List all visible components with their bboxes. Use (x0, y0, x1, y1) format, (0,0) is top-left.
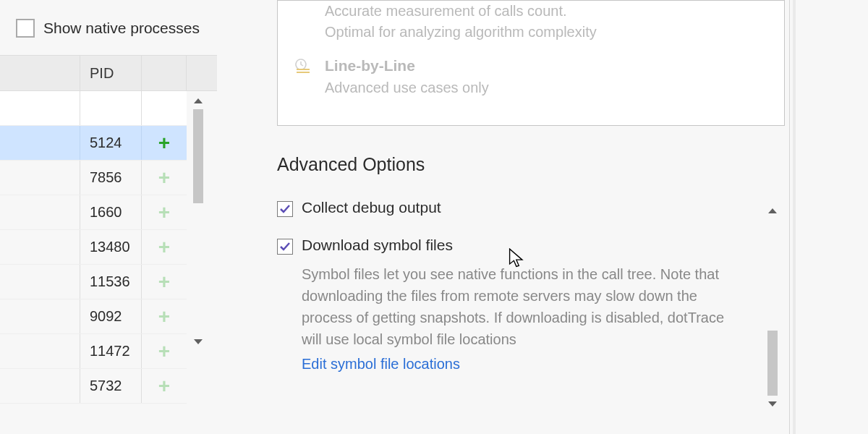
table-row[interactable]: 5124 + (0, 126, 187, 161)
process-list-panel: Show native processes PID (0, 0, 217, 434)
scroll-track[interactable] (193, 109, 203, 333)
process-name-cell (0, 195, 80, 229)
process-table: PID 5124 + (0, 55, 217, 434)
process-name-cell (0, 230, 80, 264)
process-filter-row[interactable] (0, 91, 187, 126)
process-name-cell (0, 161, 80, 195)
plus-icon: + (158, 236, 170, 259)
attach-button[interactable]: + (142, 334, 187, 368)
profiling-mode-box: Accurate measurement of calls count. Opt… (277, 0, 785, 126)
scroll-down-icon[interactable] (194, 339, 203, 344)
table-row[interactable]: 11472 + (0, 334, 187, 369)
table-row[interactable]: 1660 + (0, 195, 187, 230)
profiling-mode-title: Line-by-Line (325, 57, 770, 75)
plus-icon: + (158, 375, 170, 398)
collect-debug-label: Collect debug output (302, 199, 441, 216)
plus-icon: + (158, 166, 170, 190)
process-column-action (142, 56, 187, 90)
process-pid-cell: 7856 (80, 161, 142, 195)
process-name-cell (0, 334, 80, 368)
tracing-icon (292, 1, 314, 43)
panel-splitter-line (789, 0, 790, 434)
process-list-scrollbar[interactable] (190, 91, 207, 352)
plus-icon: + (158, 201, 170, 224)
process-pid-cell: 11472 (80, 334, 142, 368)
options-scrollbar[interactable] (764, 203, 781, 412)
scroll-track[interactable] (767, 219, 778, 396)
plus-icon: + (158, 132, 170, 155)
scroll-down-icon[interactable] (768, 401, 777, 407)
options-panel: Accurate measurement of calls count. Opt… (217, 0, 868, 434)
process-filter-name[interactable] (0, 91, 80, 125)
show-native-label: Show native processes (43, 20, 200, 37)
process-name-cell (0, 369, 80, 403)
download-symbols-checkbox[interactable] (277, 239, 293, 255)
process-rows: 5124 + 7856 + 1660 (0, 91, 187, 352)
svg-rect-0 (297, 69, 310, 70)
plus-icon: + (158, 305, 170, 328)
process-name-cell (0, 299, 80, 333)
profiling-mode-linebyline[interactable]: Line-by-Line Advanced use cases only (278, 57, 784, 113)
table-row[interactable]: 9092 + (0, 299, 187, 334)
attach-button[interactable]: + (142, 195, 187, 229)
attach-button[interactable]: + (142, 265, 187, 299)
process-pid-cell: 1660 (80, 195, 142, 229)
table-row[interactable]: 5732 + (0, 369, 187, 404)
table-row[interactable]: 11536 + (0, 265, 187, 299)
process-pid-cell: 5124 (80, 126, 142, 160)
scroll-up-icon[interactable] (768, 208, 777, 213)
download-symbol-files-option[interactable]: Download symbol files Symbol files let y… (277, 237, 752, 373)
process-name-cell (0, 126, 80, 160)
download-symbols-label: Download symbol files (302, 237, 453, 254)
attach-button[interactable]: + (142, 369, 187, 403)
collect-debug-output-option[interactable]: Collect debug output (277, 199, 752, 217)
download-symbols-help: Symbol files let you see native function… (302, 263, 728, 350)
profiling-mode-desc: Accurate measurement of calls count. Opt… (325, 1, 770, 43)
process-pid-cell: 11536 (80, 265, 142, 299)
show-native-checkbox[interactable] (16, 19, 35, 38)
attach-button[interactable]: + (142, 299, 187, 333)
process-column-scrollgutter (187, 56, 217, 90)
process-name-cell (0, 265, 80, 299)
attach-button[interactable]: + (142, 126, 187, 160)
edit-symbol-locations-link[interactable]: Edit symbol file locations (302, 356, 752, 373)
plus-icon: + (158, 271, 170, 294)
table-row[interactable]: 13480 + (0, 230, 187, 265)
linebyline-icon (292, 57, 314, 98)
panel-splitter[interactable] (793, 0, 796, 434)
process-pid-cell: 13480 (80, 230, 142, 264)
plus-icon: + (158, 340, 170, 363)
table-row[interactable]: 7856 + (0, 161, 187, 195)
process-filter-action (142, 91, 187, 125)
process-column-pid[interactable]: PID (80, 56, 142, 90)
check-icon (279, 241, 291, 252)
process-filter-pid[interactable] (80, 91, 142, 125)
profiling-mode-tracing[interactable]: Accurate measurement of calls count. Opt… (278, 1, 784, 57)
collect-debug-checkbox[interactable] (277, 201, 293, 217)
process-table-header: PID (0, 55, 217, 91)
attach-button[interactable]: + (142, 161, 187, 195)
attach-button[interactable]: + (142, 230, 187, 264)
svg-rect-1 (297, 72, 310, 73)
process-pid-cell: 5732 (80, 369, 142, 403)
show-native-processes-option[interactable]: Show native processes (0, 0, 217, 55)
process-column-name[interactable] (0, 56, 80, 90)
advanced-options-heading: Advanced Options (277, 154, 425, 175)
process-pid-cell: 9092 (80, 299, 142, 333)
scroll-thumb[interactable] (767, 331, 778, 396)
profiling-mode-desc: Advanced use cases only (325, 77, 770, 98)
scroll-up-icon[interactable] (194, 98, 203, 103)
check-icon (279, 203, 291, 215)
scroll-thumb[interactable] (193, 109, 203, 203)
